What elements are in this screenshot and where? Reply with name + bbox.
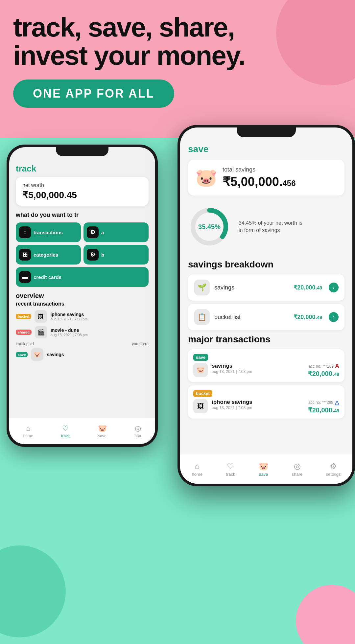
nav-track-front[interactable]: ♡ track xyxy=(226,462,235,477)
track-screen-content: track net worth ₹5,00,000.45 what do you… xyxy=(9,147,155,361)
trans-info-1: iphone savings aug 13, 2021 | 7:08 pm xyxy=(50,312,149,321)
categories-icon: ⊞ xyxy=(19,249,31,261)
trans-name-2: movie - dune xyxy=(51,328,149,333)
assets-icon: ⚙ xyxy=(87,226,99,238)
recent-transactions-label: recent transactions xyxy=(16,301,149,307)
major-trans-right-1: acc no. ***289 A ₹20,000.49 xyxy=(308,363,339,378)
phone-save: save 🐷 total savings ₹5,00,000.456 xyxy=(178,125,355,486)
nav-settings-front[interactable]: ⚙ settings xyxy=(326,462,341,477)
major-trans-2: bucket 🖼 iphone savings aug 13, 2021 | 7… xyxy=(188,385,344,419)
bucketlist-breakdown-name: bucket list xyxy=(214,314,289,321)
major-trans-date-1: aug 13, 2021 | 7:08 pm xyxy=(212,369,304,374)
headline-line2: invest your money. xyxy=(13,41,342,70)
major-amount-2: ₹20,000.49 xyxy=(308,406,339,414)
net-worth-card: net worth ₹5,00,000.45 xyxy=(16,177,149,206)
major-trans-name-1: savings xyxy=(212,363,304,369)
acc-no-1: acc no. ***289 A xyxy=(308,363,339,370)
nav-share-back[interactable]: ◎ sha xyxy=(135,424,141,438)
net-worth-label: net worth xyxy=(22,182,142,188)
nav-save-back[interactable]: 🐷 save xyxy=(98,424,107,438)
save-badge-3: save xyxy=(16,352,28,357)
bucket-badge-1: bucket xyxy=(16,314,31,319)
major-trans-info-1: savings aug 13, 2021 | 7:08 pm xyxy=(212,363,304,374)
donut-description: 34.45% of your net worth is in form of s… xyxy=(239,219,302,234)
nav-track-label-front: track xyxy=(226,472,235,477)
nav-share-label-front: share xyxy=(292,472,303,477)
donut-desc-line2: in form of savings xyxy=(239,227,280,233)
assets-label: a xyxy=(101,230,104,235)
track-buttons-grid: ↕ transactions ⚙ a ⊞ categories ⚙ b xyxy=(16,222,149,287)
donut-chart: 35.45% xyxy=(188,205,231,248)
credit-cards-label: credit cards xyxy=(34,274,61,280)
breakdown-bucketlist[interactable]: 📋 bucket list ₹20,000.49 › xyxy=(188,304,344,330)
save-icon-back: 🐷 xyxy=(98,424,107,433)
home-icon-back: ⌂ xyxy=(26,424,30,433)
major-trans-date-2: aug 13, 2021 | 7:08 pm xyxy=(212,405,304,410)
credit-cards-icon: ▬ xyxy=(19,271,31,283)
nav-home-back[interactable]: ⌂ home xyxy=(23,424,33,438)
track-tab-label: track xyxy=(16,164,149,174)
categories-button[interactable]: ⊞ categories xyxy=(16,245,81,264)
shared-badge-2: shared xyxy=(16,330,32,335)
cta-button[interactable]: ONE APP FOR ALL xyxy=(13,80,174,108)
nav-home-label-back: home xyxy=(23,434,33,438)
save-tab-label: save xyxy=(188,144,344,154)
header-section: track, save, share, invest your money. O… xyxy=(13,13,342,108)
share-icon-front: ◎ xyxy=(294,462,301,471)
savings-info: total savings ₹5,00,000.456 xyxy=(223,166,296,189)
trans-icon-1: 🖼 xyxy=(35,310,47,323)
acc-no-2: acc no. ***289 △ xyxy=(308,399,339,406)
notch-back xyxy=(56,145,108,156)
donut-desc-line1: 34.45% of your net worth is xyxy=(239,220,302,226)
transaction-item-2: shared 🎬 movie - dune aug 13, 2021 | 7:0… xyxy=(16,326,149,338)
categories-label: categories xyxy=(34,252,58,258)
kartik-row: kartik paid you borro xyxy=(16,342,149,346)
donut-section: 35.45% 34.45% of your net worth is in fo… xyxy=(188,202,344,251)
total-savings-title: total savings xyxy=(223,166,296,173)
trans-date-2: aug 13, 2021 | 7:08 pm xyxy=(51,333,149,337)
major-trans-name-2: iphone savings xyxy=(212,399,304,405)
savings-main-value: ₹5,00,000. xyxy=(223,175,282,189)
nav-save-label-back: save xyxy=(98,434,106,438)
breakdown-savings[interactable]: 🌱 savings ₹20,000.49 › xyxy=(188,274,344,301)
nav-settings-label-front: settings xyxy=(326,472,341,477)
savings-breakdown-title: savings breakdown xyxy=(188,259,344,270)
nav-save-front[interactable]: 🐷 save xyxy=(259,462,269,477)
nav-share-front[interactable]: ◎ share xyxy=(292,462,303,477)
notch-front xyxy=(237,125,296,137)
headline-line1: track, save, share, xyxy=(13,13,342,41)
bucketlist-breakdown-arrow[interactable]: › xyxy=(329,312,339,322)
major-amount-1: ₹20,000.49 xyxy=(308,370,339,378)
nav-save-label-front: save xyxy=(259,472,268,477)
track-question: what do you want to tr xyxy=(16,212,149,218)
home-icon-front: ⌂ xyxy=(195,462,200,471)
nav-home-front[interactable]: ⌂ home xyxy=(192,462,203,477)
phone-track: track net worth ₹5,00,000.45 what do you… xyxy=(7,145,158,447)
net-worth-value: ₹5,00,000.45 xyxy=(22,190,142,200)
b-button[interactable]: ⚙ b xyxy=(83,245,149,264)
major-trans-header-2: 🖼 iphone savings aug 13, 2021 | 7:08 pm … xyxy=(193,399,339,414)
major-trans-1: save 🐷 savings aug 13, 2021 | 7:08 pm ac… xyxy=(188,349,344,382)
savings-breakdown-name: savings xyxy=(214,284,289,291)
credit-cards-button[interactable]: ▬ credit cards xyxy=(16,267,149,287)
bank-logo-1: A xyxy=(335,363,339,370)
trans-info-3: savings xyxy=(47,352,149,357)
transaction-item-1: bucket 🖼 iphone savings aug 13, 2021 | 7… xyxy=(16,310,149,323)
savings-breakdown-arrow[interactable]: › xyxy=(329,283,339,292)
transaction-item-3: save 🐷 savings xyxy=(16,348,149,361)
transactions-button[interactable]: ↕ transactions xyxy=(16,222,81,242)
track-icon-front: ♡ xyxy=(227,462,234,471)
total-savings-value: ₹5,00,000.456 xyxy=(223,174,296,189)
assets-button[interactable]: ⚙ a xyxy=(83,222,149,242)
major-badge-2: bucket xyxy=(193,390,212,397)
nav-track-label-back: track xyxy=(61,434,70,438)
trans-name-3: savings xyxy=(47,352,149,357)
nav-track-back[interactable]: ♡ track xyxy=(61,424,70,438)
overview-label: overview xyxy=(16,292,149,300)
nav-home-label-front: home xyxy=(192,472,203,477)
total-savings-card: 🐷 total savings ₹5,00,000.456 xyxy=(188,160,344,196)
bank-logo-2: △ xyxy=(335,399,339,406)
you-borro-text: you borro xyxy=(132,342,149,346)
savings-breakdown-value: ₹20,000.49 xyxy=(294,284,322,291)
donut-percent-label: 35.45% xyxy=(198,223,221,231)
